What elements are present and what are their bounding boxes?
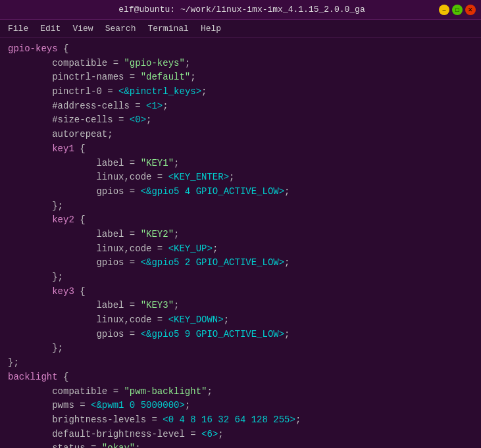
code-line: brightness-levels = <0 4 8 16 32 64 128 … [0,413,481,428]
menu-help[interactable]: Help [195,22,226,35]
code-line: backlight { [0,370,481,385]
menu-edit[interactable]: Edit [35,22,66,35]
minimize-button[interactable]: – [439,5,449,15]
code-line: label = "KEY3"; [0,299,481,313]
code-line: }; [0,199,481,214]
code-line: compatible = "pwm-backlight"; [0,385,481,399]
code-line: }; [0,341,481,356]
window-title: elf@ubuntu: ~/work/linux-imx-imx_4.1.15_… [45,5,439,14]
code-line: #size-cells = <0>; [0,113,481,128]
code-line: autorepeat; [0,128,481,142]
close-button[interactable]: ✕ [465,5,476,15]
menu-terminal[interactable]: Terminal [142,22,193,35]
code-line: gpios = <&gpio5 4 GPIO_ACTIVE_LOW>; [0,185,481,199]
code-line: }; [0,356,481,370]
titlebar: elf@ubuntu: ~/work/linux-imx-imx_4.1.15_… [0,0,481,20]
code-line: pinctrl-names = "default"; [0,70,481,85]
code-line: pwms = <&pwm1 0 5000000>; [0,399,481,413]
code-line: label = "KEY1"; [0,157,481,171]
code-line: linux,code = <KEY_ENTER>; [0,170,481,185]
code-line: linux,code = <KEY_DOWN>; [0,313,481,328]
menu-search[interactable]: Search [100,22,141,35]
code-line: key1 { [0,142,481,157]
code-line: gpios = <&gpio5 2 GPIO_ACTIVE_LOW>; [0,256,481,270]
menu-view[interactable]: View [67,22,98,35]
code-line: gpios = <&gpio5 9 GPIO_ACTIVE_LOW>; [0,328,481,342]
window-controls[interactable]: – □ ✕ [439,5,476,15]
code-line: label = "KEY2"; [0,228,481,242]
code-line: #address-cells = <1>; [0,99,481,114]
code-line: gpio-keys { [0,42,481,57]
maximize-button[interactable]: □ [452,5,463,15]
code-line: pinctrl-0 = <&pinctrl_keys>; [0,85,481,99]
menu-file[interactable]: File [3,22,34,35]
code-line: key3 { [0,285,481,299]
code-line: compatible = "gpio-keys"; [0,57,481,71]
code-line: key2 { [0,213,481,228]
code-editor[interactable]: gpio-keys { compatible = "gpio-keys"; pi… [0,38,481,448]
code-line: linux,code = <KEY_UP>; [0,242,481,257]
menubar: File Edit View Search Terminal Help [0,20,481,38]
code-line: default-brightness-level = <6>; [0,428,481,442]
code-line: }; [0,270,481,285]
code-line: status = "okay"; [0,441,481,448]
